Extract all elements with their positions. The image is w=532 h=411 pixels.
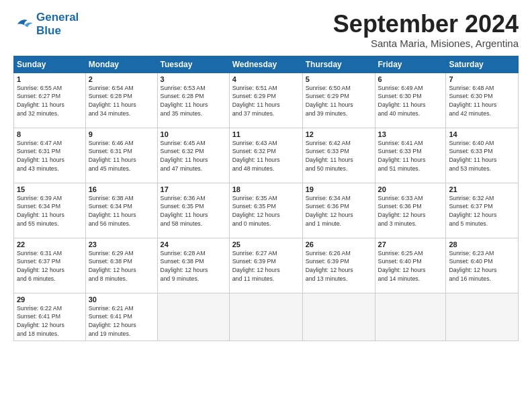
calendar-cell-w2-0: 15Sunrise: 6:39 AMSunset: 6:34 PMDayligh… [14, 183, 86, 238]
day-info: Sunrise: 6:41 AMSunset: 6:33 PMDaylight:… [378, 140, 426, 172]
calendar-cell-w1-2: 10Sunrise: 6:45 AMSunset: 6:32 PMDayligh… [157, 128, 229, 183]
calendar-cell-w3-6: 28Sunrise: 6:23 AMSunset: 6:40 PMDayligh… [446, 238, 519, 293]
day-info: Sunrise: 6:38 AMSunset: 6:34 PMDaylight:… [89, 195, 136, 227]
calendar-cell-w4-3 [229, 293, 302, 340]
calendar-cell-w1-1: 9Sunrise: 6:46 AMSunset: 6:31 PMDaylight… [85, 128, 157, 183]
day-number: 9 [89, 130, 154, 138]
calendar-cell-w3-3: 25Sunrise: 6:27 AMSunset: 6:39 PMDayligh… [229, 238, 302, 293]
calendar-cell-w2-2: 17Sunrise: 6:36 AMSunset: 6:35 PMDayligh… [157, 183, 229, 238]
calendar-table: Sunday Monday Tuesday Wednesday Thursday… [13, 56, 519, 341]
day-info: Sunrise: 6:47 AMSunset: 6:31 PMDaylight:… [17, 140, 64, 172]
day-number: 1 [17, 75, 83, 83]
calendar-cell-w1-3: 11Sunrise: 6:43 AMSunset: 6:32 PMDayligh… [229, 128, 302, 183]
day-info: Sunrise: 6:51 AMSunset: 6:29 PMDaylight:… [232, 85, 280, 117]
logo-text: General Blue [36, 11, 79, 37]
day-number: 26 [306, 240, 372, 248]
col-friday: Friday [375, 56, 446, 73]
day-info: Sunrise: 6:46 AMSunset: 6:31 PMDaylight:… [89, 140, 136, 172]
day-info: Sunrise: 6:33 AMSunset: 6:36 PMDaylight:… [378, 195, 426, 227]
logo-icon [13, 14, 34, 34]
logo: General Blue [13, 11, 79, 37]
day-number: 30 [89, 295, 154, 304]
day-number: 2 [89, 75, 154, 83]
calendar-cell-w4-5 [375, 293, 446, 340]
calendar-cell-w2-3: 18Sunrise: 6:35 AMSunset: 6:35 PMDayligh… [229, 183, 302, 238]
day-number: 5 [306, 75, 372, 83]
day-number: 29 [17, 295, 83, 304]
day-info: Sunrise: 6:42 AMSunset: 6:33 PMDaylight:… [306, 140, 353, 172]
day-number: 10 [161, 130, 226, 138]
day-number: 21 [449, 185, 515, 193]
day-info: Sunrise: 6:55 AMSunset: 6:27 PMDaylight:… [17, 85, 64, 117]
calendar-cell-w3-2: 24Sunrise: 6:28 AMSunset: 6:38 PMDayligh… [157, 238, 229, 293]
day-info: Sunrise: 6:34 AMSunset: 6:36 PMDaylight:… [306, 195, 353, 227]
day-number: 7 [449, 75, 515, 83]
day-number: 24 [161, 240, 226, 248]
calendar-cell-w1-4: 12Sunrise: 6:42 AMSunset: 6:33 PMDayligh… [302, 128, 375, 183]
calendar-cell-5: 6Sunrise: 6:49 AMSunset: 6:30 PMDaylight… [375, 73, 446, 128]
calendar-cell-w1-0: 8Sunrise: 6:47 AMSunset: 6:31 PMDaylight… [14, 128, 86, 183]
calendar-cell-w1-6: 14Sunrise: 6:40 AMSunset: 6:33 PMDayligh… [446, 128, 519, 183]
calendar-cell-w1-5: 13Sunrise: 6:41 AMSunset: 6:33 PMDayligh… [375, 128, 446, 183]
calendar-cell-w3-5: 27Sunrise: 6:25 AMSunset: 6:40 PMDayligh… [375, 238, 446, 293]
day-number: 13 [378, 130, 443, 138]
day-info: Sunrise: 6:29 AMSunset: 6:38 PMDaylight:… [89, 250, 136, 282]
col-sunday: Sunday [14, 56, 86, 73]
day-info: Sunrise: 6:48 AMSunset: 6:30 PMDaylight:… [449, 85, 496, 117]
day-info: Sunrise: 6:43 AMSunset: 6:32 PMDaylight:… [232, 140, 280, 172]
day-info: Sunrise: 6:22 AMSunset: 6:41 PMDaylight:… [17, 305, 64, 337]
day-number: 6 [378, 75, 443, 83]
day-info: Sunrise: 6:49 AMSunset: 6:30 PMDaylight:… [378, 85, 426, 117]
week-row-1: 1Sunrise: 6:55 AMSunset: 6:27 PMDaylight… [14, 73, 519, 128]
day-number: 25 [232, 240, 300, 248]
day-number: 17 [161, 185, 226, 193]
day-number: 19 [306, 185, 372, 193]
calendar-cell-w4-2 [157, 293, 229, 340]
calendar-cell-w4-1: 30Sunrise: 6:21 AMSunset: 6:41 PMDayligh… [85, 293, 157, 340]
day-info: Sunrise: 6:31 AMSunset: 6:37 PMDaylight:… [17, 250, 64, 282]
calendar-cell-w4-0: 29Sunrise: 6:22 AMSunset: 6:41 PMDayligh… [14, 293, 86, 340]
day-number: 14 [449, 130, 515, 138]
day-number: 8 [17, 130, 83, 138]
day-info: Sunrise: 6:21 AMSunset: 6:41 PMDaylight:… [89, 305, 136, 337]
calendar-cell-w2-4: 19Sunrise: 6:34 AMSunset: 6:36 PMDayligh… [302, 183, 375, 238]
col-wednesday: Wednesday [229, 56, 302, 73]
day-number: 4 [232, 75, 300, 83]
calendar-cell-2: 3Sunrise: 6:53 AMSunset: 6:28 PMDaylight… [157, 73, 229, 128]
page: General Blue September 2024 Santa Maria,… [0, 0, 532, 411]
month-title: September 2024 [333, 11, 519, 38]
day-number: 11 [232, 130, 300, 138]
day-number: 28 [449, 240, 515, 248]
calendar-cell-4: 5Sunrise: 6:50 AMSunset: 6:29 PMDaylight… [302, 73, 375, 128]
day-number: 20 [378, 185, 443, 193]
col-tuesday: Tuesday [157, 56, 229, 73]
day-info: Sunrise: 6:50 AMSunset: 6:29 PMDaylight:… [306, 85, 353, 117]
week-row-5: 29Sunrise: 6:22 AMSunset: 6:41 PMDayligh… [14, 293, 519, 340]
day-info: Sunrise: 6:28 AMSunset: 6:38 PMDaylight:… [161, 250, 208, 282]
day-number: 18 [232, 185, 300, 193]
day-number: 15 [17, 185, 83, 193]
day-number: 16 [89, 185, 154, 193]
col-saturday: Saturday [446, 56, 519, 73]
location-subtitle: Santa Maria, Misiones, Argentina [333, 38, 519, 49]
week-row-3: 15Sunrise: 6:39 AMSunset: 6:34 PMDayligh… [14, 183, 519, 238]
day-info: Sunrise: 6:54 AMSunset: 6:28 PMDaylight:… [89, 85, 136, 117]
calendar-cell-w3-0: 22Sunrise: 6:31 AMSunset: 6:37 PMDayligh… [14, 238, 86, 293]
day-number: 12 [306, 130, 372, 138]
calendar-cell-w2-5: 20Sunrise: 6:33 AMSunset: 6:36 PMDayligh… [375, 183, 446, 238]
title-block: September 2024 Santa Maria, Misiones, Ar… [333, 11, 519, 49]
week-row-4: 22Sunrise: 6:31 AMSunset: 6:37 PMDayligh… [14, 238, 519, 293]
day-number: 3 [161, 75, 226, 83]
calendar-cell-w2-1: 16Sunrise: 6:38 AMSunset: 6:34 PMDayligh… [85, 183, 157, 238]
day-info: Sunrise: 6:39 AMSunset: 6:34 PMDaylight:… [17, 195, 64, 227]
day-info: Sunrise: 6:26 AMSunset: 6:39 PMDaylight:… [306, 250, 353, 282]
day-info: Sunrise: 6:32 AMSunset: 6:37 PMDaylight:… [449, 195, 496, 227]
header: General Blue September 2024 Santa Maria,… [13, 11, 519, 49]
calendar-cell-1: 2Sunrise: 6:54 AMSunset: 6:28 PMDaylight… [85, 73, 157, 128]
day-info: Sunrise: 6:36 AMSunset: 6:35 PMDaylight:… [161, 195, 208, 227]
calendar-cell-w4-4 [302, 293, 375, 340]
calendar-header-row: Sunday Monday Tuesday Wednesday Thursday… [14, 56, 519, 73]
day-info: Sunrise: 6:53 AMSunset: 6:28 PMDaylight:… [161, 85, 208, 117]
day-info: Sunrise: 6:23 AMSunset: 6:40 PMDaylight:… [449, 250, 496, 282]
calendar-cell-w3-4: 26Sunrise: 6:26 AMSunset: 6:39 PMDayligh… [302, 238, 375, 293]
